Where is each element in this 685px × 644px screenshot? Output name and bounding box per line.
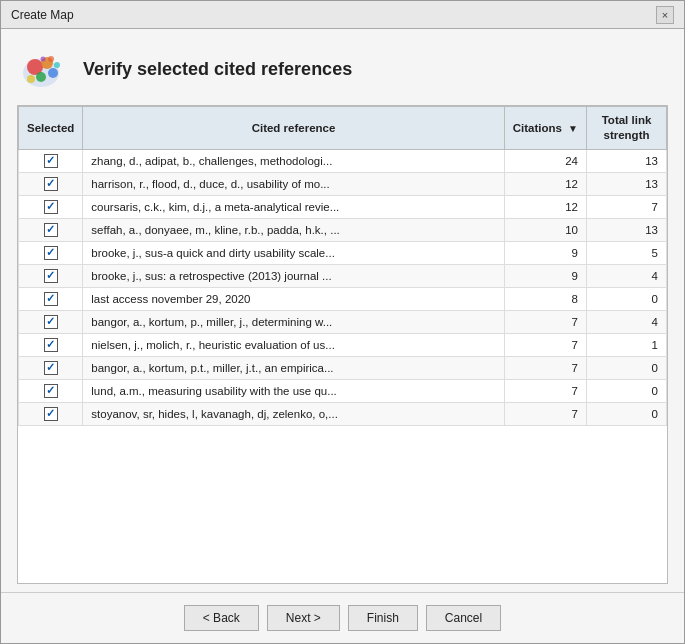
selected-cell[interactable]	[19, 149, 83, 172]
back-button[interactable]: < Back	[184, 605, 259, 631]
cited-ref-cell: zhang, d., adipat, b., challenges, metho…	[83, 149, 504, 172]
cited-ref-cell: bangor, a., kortum, p., miller, j., dete…	[83, 310, 504, 333]
selected-cell[interactable]	[19, 172, 83, 195]
link-strength-cell: 0	[587, 379, 667, 402]
svg-point-8	[54, 62, 60, 68]
citations-cell: 7	[504, 333, 586, 356]
selected-cell[interactable]	[19, 379, 83, 402]
cited-ref-cell: last access november 29, 2020	[83, 287, 504, 310]
selected-cell[interactable]	[19, 287, 83, 310]
citations-cell: 7	[504, 379, 586, 402]
table-row: last access november 29, 202080	[19, 287, 667, 310]
dialog-title: Create Map	[11, 8, 74, 22]
content-area: Selected Cited reference Citations ▼ Tot…	[1, 105, 684, 592]
svg-point-6	[48, 56, 54, 62]
checkbox[interactable]	[44, 315, 58, 329]
checkbox[interactable]	[44, 223, 58, 237]
citations-cell: 24	[504, 149, 586, 172]
link-strength-cell: 13	[587, 172, 667, 195]
finish-button[interactable]: Finish	[348, 605, 418, 631]
selected-cell[interactable]	[19, 333, 83, 356]
page-title: Verify selected cited references	[83, 59, 352, 80]
header-section: Verify selected cited references	[1, 29, 684, 105]
citations-cell: 12	[504, 172, 586, 195]
references-table: Selected Cited reference Citations ▼ Tot…	[18, 106, 667, 426]
svg-point-5	[27, 75, 35, 83]
table-row: harrison, r., flood, d., duce, d., usabi…	[19, 172, 667, 195]
cited-ref-cell: seffah, a., donyaee, m., kline, r.b., pa…	[83, 218, 504, 241]
citations-cell: 7	[504, 356, 586, 379]
table-row: lund, a.m., measuring usability with the…	[19, 379, 667, 402]
col-citations-label: Citations	[513, 122, 562, 134]
checkbox[interactable]	[44, 407, 58, 421]
title-bar: Create Map ×	[1, 1, 684, 29]
selected-cell[interactable]	[19, 264, 83, 287]
dialog: Create Map × Verify selected cited refer…	[0, 0, 685, 644]
citations-cell: 7	[504, 402, 586, 425]
citations-cell: 10	[504, 218, 586, 241]
selected-cell[interactable]	[19, 218, 83, 241]
link-strength-cell: 0	[587, 402, 667, 425]
close-button[interactable]: ×	[656, 6, 674, 24]
checkbox[interactable]	[44, 200, 58, 214]
link-strength-cell: 0	[587, 287, 667, 310]
col-cited-ref: Cited reference	[83, 107, 504, 150]
table-row: seffah, a., donyaee, m., kline, r.b., pa…	[19, 218, 667, 241]
citations-cell: 12	[504, 195, 586, 218]
selected-cell[interactable]	[19, 241, 83, 264]
citations-cell: 9	[504, 241, 586, 264]
checkbox[interactable]	[44, 361, 58, 375]
cited-ref-cell: bangor, a., kortum, p.t., miller, j.t., …	[83, 356, 504, 379]
link-strength-cell: 5	[587, 241, 667, 264]
svg-point-4	[48, 68, 58, 78]
citations-cell: 8	[504, 287, 586, 310]
col-selected: Selected	[19, 107, 83, 150]
link-strength-cell: 13	[587, 149, 667, 172]
selected-cell[interactable]	[19, 310, 83, 333]
cited-ref-cell: brooke, j., sus: a retrospective (2013) …	[83, 264, 504, 287]
selected-cell[interactable]	[19, 356, 83, 379]
table-container: Selected Cited reference Citations ▼ Tot…	[17, 105, 668, 584]
citations-cell: 7	[504, 310, 586, 333]
cited-ref-cell: stoyanov, sr, hides, l, kavanagh, dj, ze…	[83, 402, 504, 425]
checkbox[interactable]	[44, 177, 58, 191]
checkbox[interactable]	[44, 246, 58, 260]
cancel-button[interactable]: Cancel	[426, 605, 501, 631]
checkbox[interactable]	[44, 338, 58, 352]
table-row: brooke, j., sus-a quick and dirty usabil…	[19, 241, 667, 264]
cited-ref-cell: nielsen, j., molich, r., heuristic evalu…	[83, 333, 504, 356]
checkbox[interactable]	[44, 292, 58, 306]
link-strength-cell: 4	[587, 310, 667, 333]
col-link-strength: Total linkstrength	[587, 107, 667, 150]
next-button[interactable]: Next >	[267, 605, 340, 631]
cited-ref-cell: brooke, j., sus-a quick and dirty usabil…	[83, 241, 504, 264]
footer: < Back Next > Finish Cancel	[1, 592, 684, 643]
table-row: bangor, a., kortum, p.t., miller, j.t., …	[19, 356, 667, 379]
selected-cell[interactable]	[19, 195, 83, 218]
link-strength-cell: 4	[587, 264, 667, 287]
link-strength-cell: 0	[587, 356, 667, 379]
table-row: stoyanov, sr, hides, l, kavanagh, dj, ze…	[19, 402, 667, 425]
table-row: bangor, a., kortum, p., miller, j., dete…	[19, 310, 667, 333]
cited-ref-cell: coursaris, c.k., kim, d.j., a meta-analy…	[83, 195, 504, 218]
cited-ref-cell: lund, a.m., measuring usability with the…	[83, 379, 504, 402]
checkbox[interactable]	[44, 269, 58, 283]
table-row: coursaris, c.k., kim, d.j., a meta-analy…	[19, 195, 667, 218]
table-row: brooke, j., sus: a retrospective (2013) …	[19, 264, 667, 287]
citations-cell: 9	[504, 264, 586, 287]
link-strength-cell: 13	[587, 218, 667, 241]
link-strength-cell: 7	[587, 195, 667, 218]
checkbox[interactable]	[44, 154, 58, 168]
col-citations[interactable]: Citations ▼	[504, 107, 586, 150]
link-strength-cell: 1	[587, 333, 667, 356]
table-row: nielsen, j., molich, r., heuristic evalu…	[19, 333, 667, 356]
sort-desc-icon: ▼	[568, 123, 578, 134]
app-icon	[21, 45, 69, 93]
checkbox[interactable]	[44, 384, 58, 398]
svg-point-3	[36, 72, 46, 82]
selected-cell[interactable]	[19, 402, 83, 425]
cited-ref-cell: harrison, r., flood, d., duce, d., usabi…	[83, 172, 504, 195]
svg-point-7	[41, 57, 46, 62]
table-row: zhang, d., adipat, b., challenges, metho…	[19, 149, 667, 172]
